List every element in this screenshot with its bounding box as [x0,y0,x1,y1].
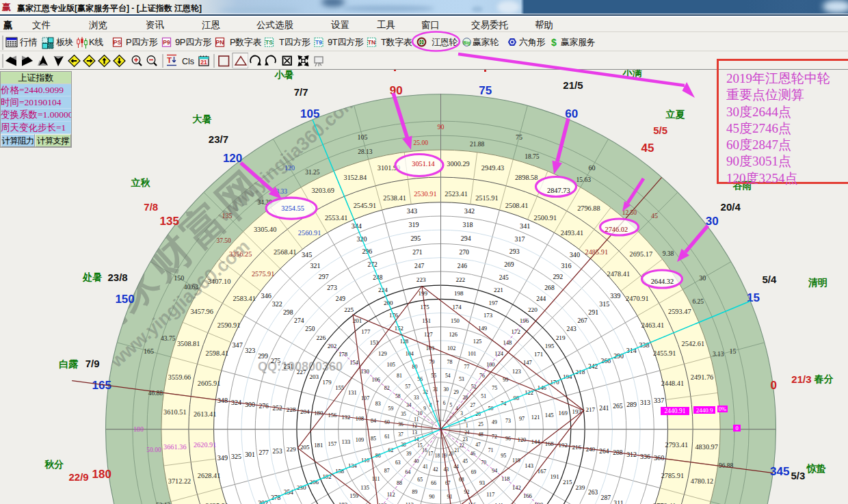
svg-text:78: 78 [447,359,453,365]
svg-text:2500.91: 2500.91 [534,214,557,222]
svg-text:3203.69: 3203.69 [311,187,334,194]
svg-text:90: 90 [429,494,435,500]
svg-text:316: 316 [561,262,572,269]
svg-text:23/8: 23/8 [107,271,127,283]
svg-text:267: 267 [578,317,588,324]
svg-text:191: 191 [550,473,559,480]
svg-text:2440.91: 2440.91 [665,408,686,414]
svg-text:346: 346 [261,292,271,300]
svg-text:T四方形: T四方形 [279,37,310,47]
svg-text:5: 5 [449,402,452,408]
svg-text:25.00: 25.00 [414,140,429,146]
svg-text:5/5: 5/5 [653,124,667,136]
svg-text:1: 1 [466,423,468,429]
svg-text:惊蛰: 惊蛰 [806,463,826,474]
svg-text:3152.84: 3152.84 [344,174,367,181]
svg-text:150: 150 [451,317,460,324]
svg-text:202: 202 [328,343,337,349]
svg-text:250: 250 [305,326,315,332]
svg-text:229: 229 [287,446,296,453]
svg-text:61: 61 [384,434,390,440]
svg-text:P四方形: P四方形 [126,37,157,47]
svg-text:143: 143 [525,463,533,469]
svg-text:154: 154 [349,359,359,366]
svg-text:2440.9: 2440.9 [696,407,713,414]
svg-text:2605.91: 2605.91 [198,380,220,387]
svg-text:65: 65 [417,477,423,483]
svg-text:3407.10: 3407.10 [208,278,230,285]
svg-text:323: 323 [245,347,255,354]
svg-text:P数字表: P数字表 [230,37,261,47]
svg-text:135: 135 [160,215,179,228]
svg-text:3661.36: 3661.36 [163,443,186,451]
svg-text:177: 177 [361,328,371,335]
svg-text:40.63: 40.63 [184,284,199,291]
svg-text:57: 57 [406,384,411,390]
svg-text:2560.91: 2560.91 [298,229,321,237]
svg-text:165: 165 [92,379,111,392]
svg-text:173: 173 [483,312,493,319]
svg-text:29: 29 [453,389,459,395]
svg-text:2470.91: 2470.91 [626,295,648,302]
svg-text:22/9: 22/9 [68,471,88,483]
svg-text:181: 181 [314,442,323,449]
svg-text:109: 109 [356,437,364,443]
svg-text:120: 120 [284,164,295,172]
svg-text:111: 111 [372,476,380,482]
svg-text:298: 298 [283,308,293,316]
svg-text:215: 215 [563,479,572,486]
svg-text:93: 93 [479,480,485,486]
svg-text:347: 347 [232,341,242,349]
svg-text:2898.58: 2898.58 [515,174,538,181]
svg-text:129: 129 [378,351,387,357]
svg-text:180: 180 [133,425,144,433]
svg-text:PN: PN [216,39,224,46]
svg-text:2515.91: 2515.91 [475,194,498,202]
svg-text:2613.41: 2613.41 [194,410,216,418]
svg-text:TS: TS [265,39,273,46]
svg-text:白露: 白露 [59,358,79,369]
svg-text:325: 325 [231,453,241,460]
svg-text:17: 17 [428,451,434,457]
svg-text:2523.41: 2523.41 [445,190,467,198]
svg-text:54: 54 [445,373,451,379]
svg-text:TN: TN [368,39,375,46]
svg-text:292: 292 [553,273,563,280]
svg-text:90: 90 [390,84,403,97]
svg-text:97: 97 [519,416,525,422]
svg-text:2553.41: 2553.41 [325,214,347,222]
svg-text:244: 244 [536,295,546,302]
svg-text:81: 81 [397,373,402,379]
svg-text:15: 15 [729,347,736,355]
svg-text:3000.29: 3000.29 [447,160,469,168]
svg-text:T: T [167,56,172,64]
svg-text:0: 0 [770,379,776,392]
svg-text:2530.91: 2530.91 [414,190,436,198]
svg-text:268: 268 [544,284,555,291]
svg-text:11: 11 [414,416,419,423]
svg-text:269: 269 [504,261,514,268]
svg-text:42: 42 [433,466,438,473]
svg-text:21/5: 21/5 [563,79,583,91]
svg-text:294: 294 [461,235,471,242]
svg-text:205: 205 [300,444,310,451]
svg-text:P9: P9 [163,39,170,46]
svg-text:135: 135 [222,212,233,220]
svg-text:2463.41: 2463.41 [641,321,664,329]
svg-text:3254.55: 3254.55 [281,204,304,212]
svg-text:196: 196 [520,317,529,324]
svg-text:63: 63 [395,460,401,466]
svg-text:125: 125 [473,339,482,345]
svg-text:4780.12: 4780.12 [691,477,713,485]
svg-text:5/4: 5/4 [762,274,777,285]
svg-text:2538.41: 2538.41 [383,194,406,202]
svg-text:6.25: 6.25 [692,298,704,305]
svg-text:203: 203 [310,373,319,380]
svg-text:75: 75 [479,84,492,97]
svg-text:2545.91: 2545.91 [354,202,376,209]
svg-text:18.75: 18.75 [525,153,540,160]
svg-text:289: 289 [626,401,637,408]
svg-text:148: 148 [503,339,512,346]
svg-text:0%: 0% [719,406,726,412]
svg-text:12.50: 12.50 [622,209,637,216]
